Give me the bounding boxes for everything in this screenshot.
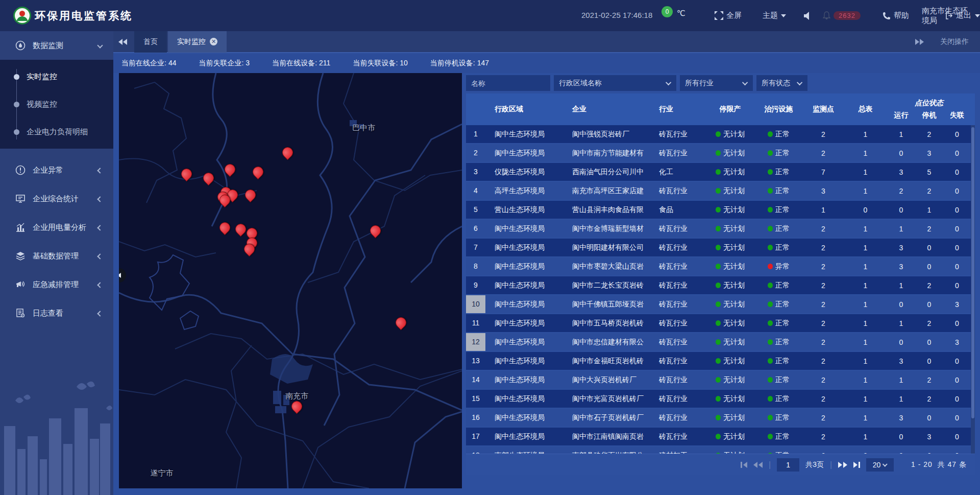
map-pin-icon[interactable] — [219, 195, 230, 205]
sidebar-item-power-analysis[interactable]: 企业用电量分析 — [0, 213, 113, 242]
page-number-input[interactable] — [777, 458, 799, 472]
sidebar-item-log-view[interactable]: 日志查看 — [0, 299, 113, 327]
chevron-down-icon — [666, 79, 671, 85]
name-search-input[interactable] — [466, 75, 550, 91]
map-pin-icon[interactable] — [396, 317, 406, 328]
status-dot-icon — [716, 434, 721, 439]
notification-count-badge: 2632 — [834, 11, 861, 20]
cell-region: 阆中生态环境局 — [485, 394, 568, 404]
region-select[interactable]: 行政区域名称 — [554, 75, 676, 91]
sidebar-item-base-data[interactable]: 基础数据管理 — [0, 242, 113, 270]
tabs-scroll-left-button[interactable] — [118, 39, 127, 45]
next-page-button[interactable] — [838, 462, 847, 468]
city-skyline-decoration — [0, 378, 113, 495]
table-row[interactable]: 17 阆中生态环境局 阆中市江南镇阆南页岩 砖瓦行业 无计划 正常 2 1 0 … — [466, 428, 971, 446]
prev-page-button[interactable] — [753, 462, 763, 468]
map-pin-icon[interactable] — [244, 244, 255, 254]
tab-realtime-monitor[interactable]: 实时监控 ✕ — [168, 31, 227, 53]
table-row[interactable]: 18 南部生态环境局 南部县砖华页岩有限公 建材加工 无计划 正常 6 2 0 … — [466, 446, 971, 454]
status-dot-icon — [768, 264, 773, 269]
sidebar-item-video-monitor[interactable]: 视频监控 — [0, 90, 113, 118]
col-running: 运行 — [887, 111, 915, 120]
table-row[interactable]: 6 阆中生态环境局 阆中市金博瑞新型墙材 砖瓦行业 无计划 正常 2 1 1 2… — [466, 220, 971, 239]
mute-button[interactable] — [804, 0, 811, 31]
row-number: 3 — [466, 163, 485, 181]
help-button[interactable]: 帮助 — [883, 0, 909, 31]
table-row[interactable]: 16 阆中生态环境局 阆中市石子页岩机砖厂 砖瓦行业 无计划 正常 2 1 3 … — [466, 409, 971, 428]
cell-monitor-points: 2 — [803, 319, 844, 327]
sidebar-item-realtime-monitor[interactable]: 实时监控 — [0, 63, 113, 90]
city-label: 巴中市 — [352, 123, 375, 133]
table-row[interactable]: 2 阆中生态环境局 阆中市南方节能建材有 砖瓦行业 无计划 正常 2 1 0 3… — [466, 144, 971, 163]
table-body: 1 阆中生态环境局 阆中强锐页岩砖厂 砖瓦行业 无计划 正常 2 1 1 2 0… — [466, 125, 971, 454]
sidebar-item-company-stats[interactable]: 企业综合统计 — [0, 184, 113, 213]
col-disconnected: 失联 — [943, 111, 971, 120]
cell-region: 仪陇生态环境局 — [485, 168, 568, 177]
table-row[interactable]: 13 阆中生态环境局 阆中市金福旺页岩机砖 砖瓦行业 无计划 正常 2 1 3 … — [466, 352, 971, 371]
cell-company: 阆中市枣碧大梁山页岩 — [568, 262, 655, 271]
sidebar-subitem-label: 实时监控 — [27, 72, 57, 82]
map-pin-icon[interactable] — [203, 173, 214, 183]
theme-dropdown[interactable]: 主题 — [763, 0, 786, 31]
sidebar-item-power-load-detail[interactable]: 企业电力负荷明细 — [0, 118, 113, 146]
close-tab-icon[interactable]: ✕ — [210, 38, 217, 45]
tab-home[interactable]: 首页 — [134, 31, 167, 53]
cell-disconnected: 0 — [943, 281, 971, 290]
status-dot-icon — [768, 301, 773, 307]
map-pin-icon[interactable] — [370, 225, 381, 236]
cell-stop-production: 无计划 — [706, 205, 754, 215]
notifications-button[interactable]: 2632 — [823, 0, 861, 31]
fullscreen-icon — [715, 11, 723, 20]
tabs-scroll-right-button[interactable] — [915, 39, 924, 45]
map-pin-icon[interactable] — [225, 164, 235, 175]
table-row[interactable]: 10 阆中生态环境局 阆中千佛镇五郎垭页岩 砖瓦行业 无计划 正常 2 1 0 … — [466, 295, 971, 314]
filter-bar: 行政区域名称 所有行业 所有状态 — [466, 75, 807, 91]
industry-select[interactable]: 所有行业 — [680, 75, 753, 91]
chevron-down-icon — [975, 14, 980, 17]
status-dot-icon — [716, 396, 721, 402]
table-row[interactable]: 1 阆中生态环境局 阆中强锐页岩砖厂 砖瓦行业 无计划 正常 2 1 1 2 0 — [466, 125, 971, 144]
sidebar-item-data-monitor[interactable]: 数据监测 — [0, 31, 113, 60]
table-row[interactable]: 3 仪陇生态环境局 西南油气田分公司川中 化工 无计划 正常 7 1 3 5 0 — [466, 163, 971, 182]
map-pin-icon[interactable] — [245, 190, 256, 200]
close-operations-button[interactable]: 关闭操作 — [940, 37, 969, 46]
table-row[interactable]: 9 阆中生态环境局 阆中市二龙长宝页岩砖 砖瓦行业 无计划 正常 2 1 1 2… — [466, 276, 971, 295]
cell-region: 阆中生态环境局 — [485, 224, 568, 233]
map-panel[interactable]: 巴中市 南充市 遂宁市 — [119, 73, 462, 488]
cell-pollution-facility: 正常 — [754, 319, 803, 328]
last-page-button[interactable] — [853, 462, 860, 468]
fullscreen-button[interactable]: 全屏 — [715, 0, 742, 31]
table-row[interactable]: 11 阆中生态环境局 阆中市五马桥页岩机砖 砖瓦行业 无计划 正常 2 1 1 … — [466, 314, 971, 333]
map-pin-icon[interactable] — [219, 222, 230, 233]
cell-running: 3 — [887, 414, 915, 422]
table-row[interactable]: 7 阆中生态环境局 阆中明阳建材有限公司 砖瓦行业 无计划 正常 2 1 3 0… — [466, 239, 971, 257]
status-dot-icon — [716, 150, 721, 156]
sidebar-item-label: 基础数据管理 — [33, 251, 79, 261]
table-row[interactable]: 15 阆中生态环境局 阆中市光富页岩机砖厂 砖瓦行业 无计划 正常 2 1 1 … — [466, 390, 971, 409]
cell-company: 阆中大兴页岩机砖厂 — [568, 375, 655, 385]
exit-button[interactable]: 退出 — [945, 0, 971, 31]
map-pin-icon[interactable] — [181, 169, 192, 179]
cell-master-meter: 1 — [844, 338, 887, 346]
map-pin-icon[interactable] — [235, 224, 246, 234]
status-select[interactable]: 所有状态 — [756, 75, 807, 91]
cell-pollution-facility: 正常 — [754, 205, 803, 215]
sidebar-item-label: 数据监测 — [33, 41, 63, 51]
status-dot-icon — [716, 415, 721, 420]
table-row[interactable]: 8 阆中生态环境局 阆中市枣碧大梁山页岩 砖瓦行业 无计划 异常 2 1 3 0… — [466, 257, 971, 276]
map-pin-icon[interactable] — [282, 147, 293, 158]
cell-monitor-points: 2 — [803, 244, 844, 252]
sidebar-item-emergency-reduction[interactable]: 应急减排管理 — [0, 270, 113, 299]
table-row[interactable]: 5 营山生态环境局 营山县润丰肉食品有限 食品 无计划 正常 1 0 0 1 0 — [466, 201, 971, 220]
table-row[interactable]: 4 高坪生态环境局 南充市高坪区王家店建 砖瓦行业 无计划 正常 3 1 2 2… — [466, 182, 971, 201]
map-pin-icon[interactable] — [291, 401, 302, 412]
scrollbar-thumb[interactable] — [971, 127, 974, 418]
table-row[interactable]: 14 阆中生态环境局 阆中大兴页岩机砖厂 砖瓦行业 无计划 正常 2 1 1 2… — [466, 371, 971, 390]
status-dot-icon — [716, 188, 721, 194]
first-page-button[interactable] — [741, 462, 747, 468]
page-size-select[interactable]: 20 — [866, 458, 894, 472]
table-row[interactable]: 12 阆中生态环境局 阆中市忠信建材有限公 砖瓦行业 无计划 正常 2 1 0 … — [466, 333, 971, 352]
sidebar-item-company-abnormal[interactable]: 企业异常 — [0, 156, 113, 184]
table-scrollbar[interactable] — [971, 125, 975, 454]
map-pin-icon[interactable] — [253, 167, 263, 177]
